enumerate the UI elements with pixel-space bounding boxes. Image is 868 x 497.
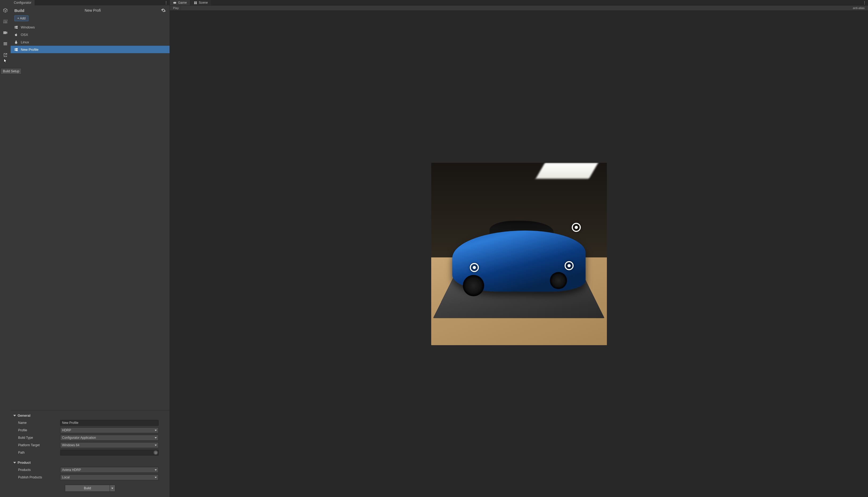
profile-label: Windows (21, 25, 35, 29)
windows-icon (14, 25, 18, 29)
cursor-icon (4, 58, 8, 63)
profile-item-linux[interactable]: Linux (11, 38, 169, 46)
gamepad-icon (173, 1, 177, 4)
panel-menu-icon[interactable]: ⋮ (861, 1, 868, 5)
tab-label: Game (178, 1, 187, 4)
label-products: Products (18, 468, 60, 472)
profile-item-osx[interactable]: OSX (11, 31, 169, 38)
section-general[interactable]: General (13, 412, 167, 419)
chevron-down-icon (155, 430, 157, 431)
name-input[interactable] (60, 420, 159, 426)
chevron-down-icon (155, 445, 157, 446)
tab-scene[interactable]: Scene (191, 0, 211, 5)
label-buildtype: Build Type (18, 436, 60, 440)
scene-preview (431, 163, 607, 345)
export-icon[interactable] (2, 52, 8, 58)
caret-down-icon (13, 415, 16, 416)
sliders-icon[interactable] (2, 19, 8, 25)
label-platform: Platform Target (18, 443, 60, 447)
products-dropdown[interactable]: Aviera HDRP (60, 467, 159, 473)
profile-item-windows[interactable]: Windows (11, 24, 169, 31)
inspector: General Name Profile HDRP Build Type Con… (11, 410, 169, 497)
windows-icon (14, 47, 18, 52)
play-button[interactable]: Play (171, 6, 181, 10)
label-publish: Publish Products (18, 475, 60, 479)
section-title: General (17, 413, 30, 417)
profile-label: New Profile (21, 47, 38, 52)
chevron-down-icon (155, 477, 157, 478)
caret-down-icon (13, 462, 16, 464)
tab-game[interactable]: Game (170, 0, 190, 5)
add-button[interactable]: + Add (14, 15, 28, 21)
profile-list: Windows OSX Linux New Profile (11, 24, 169, 53)
build-subtitle: New Profi (25, 8, 161, 13)
path-input[interactable] (60, 450, 159, 455)
path-browse-icon[interactable] (154, 451, 158, 455)
cube-icon[interactable] (2, 8, 8, 13)
chevron-down-icon (111, 488, 113, 489)
platform-dropdown[interactable]: Windows 64 (60, 442, 159, 448)
gear-icon[interactable] (161, 8, 166, 13)
label-path: Path (18, 451, 60, 454)
profile-label: Linux (21, 40, 29, 44)
antialias-toggle[interactable]: anti-alias (851, 6, 867, 10)
right-panel: Game Scene ⋮ Play anti-alias (170, 0, 868, 497)
build-button[interactable]: Build (65, 485, 110, 492)
hotspot[interactable] (565, 261, 574, 270)
grid-icon (194, 1, 197, 4)
panel-menu-icon[interactable]: ⋮ (163, 1, 169, 5)
list-icon[interactable] (2, 41, 8, 47)
section-title: Product (17, 460, 31, 465)
publish-dropdown[interactable]: Local (60, 474, 159, 480)
build-dropdown[interactable] (110, 485, 115, 492)
section-product[interactable]: Product (13, 459, 167, 466)
left-panel: Configurator ⋮ Build New Profi + Add Win… (11, 0, 170, 497)
profile-dropdown[interactable]: HDRP (60, 427, 159, 433)
label-profile: Profile (18, 428, 60, 432)
build-title: Build (14, 8, 25, 13)
camera-icon[interactable] (2, 30, 8, 36)
buildtype-dropdown[interactable]: Configurator Application (60, 435, 159, 441)
hotspot[interactable] (572, 223, 581, 232)
profile-item-new[interactable]: New Profile (11, 46, 169, 53)
profile-label: OSX (21, 33, 28, 37)
tab-label: Scene (199, 1, 208, 4)
apple-icon (14, 32, 18, 37)
tooltip-build-setup: Build Setup (1, 68, 22, 74)
tab-configurator[interactable]: Configurator (11, 0, 35, 5)
icon-rail (0, 0, 11, 497)
chevron-down-icon (155, 437, 157, 439)
viewport[interactable] (170, 11, 868, 497)
linux-icon (14, 40, 18, 44)
chevron-down-icon (155, 469, 157, 471)
hotspot[interactable] (470, 263, 479, 272)
label-name: Name (18, 421, 60, 425)
